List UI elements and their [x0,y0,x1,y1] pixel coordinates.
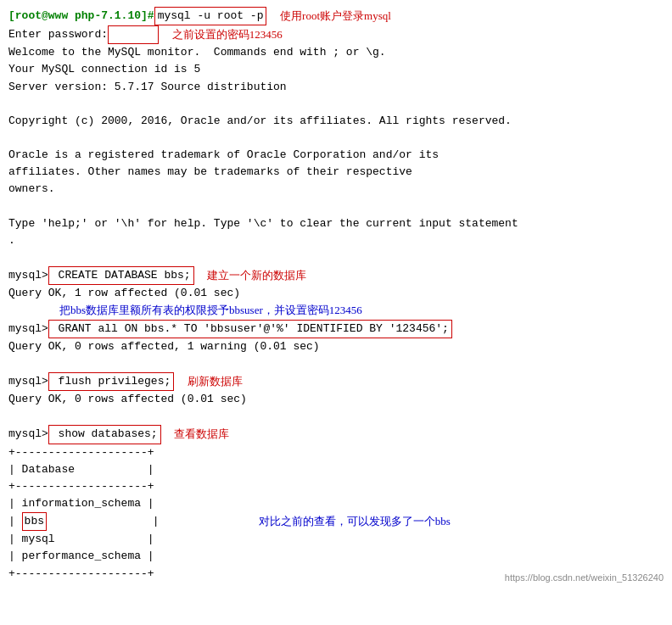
table-border-mid: +--------------------+ [8,478,664,495]
annotation-flush: 刷新数据库 [188,373,243,390]
cmd-show-db: show databases; [48,425,161,444]
line-blank-6 [8,408,664,425]
line-oracle-2: affiliates. Other names may be trademark… [8,164,664,181]
watermark: https://blog.csdn.net/weixin_51326240 [505,572,664,583]
line-grant: mysql> GRANT all ON bbs.* TO 'bbsuser'@'… [8,320,664,338]
line-welcome: Welcome to the MySQL monitor. Commands e… [8,44,664,61]
annotation-show-db: 查看数据库 [174,426,229,443]
line-blank-1 [8,96,664,113]
line-password: Enter password: 之前设置的密码123456 [8,25,664,44]
terminal-window: [root@www php-7.1.10]# mysql -u root -p … [0,0,672,589]
line-query-ok-2: Query OK, 0 rows affected, 1 warning (0.… [8,338,664,355]
line-connection-id: Your MySQL connection id is 5 [8,61,664,78]
line-show-db: mysql> show databases; 查看数据库 [8,425,664,444]
cmd-flush: flush privileges; [48,372,174,391]
line-blank-2 [8,130,664,147]
line-copyright: Copyright (c) 2000, 2016, Oracle and/or … [8,113,664,130]
line-blank-3 [8,198,664,215]
line-oracle-1: Oracle is a registered trademark of Orac… [8,147,664,164]
line-blank-4 [8,249,664,266]
annotation-grant-text: 把bbs数据库里额所有表的权限授予bbsuser，并设置密码123456 [59,302,362,319]
table-bbs-suffix: | [47,513,160,530]
mysql-prompt-2: mysql> [8,321,48,338]
mysql-prompt-4: mysql> [8,426,48,443]
line-query-ok-3: Query OK, 0 rows affected (0.01 sec) [8,391,664,408]
annotation-password: 之前设置的密码123456 [172,26,283,43]
line-oracle-3: owners. [8,181,664,198]
line-flush: mysql> flush privileges; 刷新数据库 [8,372,664,391]
table-header: | Database | [8,461,664,478]
line-login-command: [root@www php-7.1.10]# mysql -u root -p … [8,7,664,25]
line-create-db: mysql> CREATE DATABASE bbs; 建立一个新的数据库 [8,266,664,285]
cmd-create-db: CREATE DATABASE bbs; [48,266,194,285]
table-row-mysql: | mysql | [8,531,664,548]
table-border-top: +--------------------+ [8,444,664,461]
cmd-grant: GRANT all ON bbs.* TO 'bbsuser'@'%' IDEN… [48,320,452,338]
command-mysql-login: mysql -u root -p [154,7,267,25]
annotation-bbs: 对比之前的查看，可以发现多了一个bbs [259,513,451,530]
mysql-prompt-3: mysql> [8,373,48,390]
table-row-bbs: | bbs | 对比之前的查看，可以发现多了一个bbs [8,512,664,531]
password-prompt: Enter password: [8,26,108,43]
line-query-ok-1: Query OK, 1 row affected (0.01 sec) [8,285,664,302]
table-bbs-value: bbs [22,512,47,531]
line-dot: . [8,232,664,249]
annotation-create-db: 建立一个新的数据库 [207,267,306,284]
line-server-version: Server version: 5.7.17 Source distributi… [8,79,664,96]
table-row-info-schema: | information_schema | [8,495,664,512]
line-help: Type 'help;' or '\h' for help. Type '\c'… [8,215,664,232]
line-blank-5 [8,355,664,372]
annotation-login: 使用root账户登录mysql [280,8,391,25]
mysql-prompt-1: mysql> [8,267,48,284]
table-row-perf-schema: | performance_schema | [8,548,664,565]
annotation-grant: 把bbs数据库里额所有表的权限授予bbsuser，并设置密码123456 [8,302,664,319]
prompt-root: [root@www php-7.1.10]# [8,8,154,25]
table-bbs-prefix: | [8,513,22,530]
